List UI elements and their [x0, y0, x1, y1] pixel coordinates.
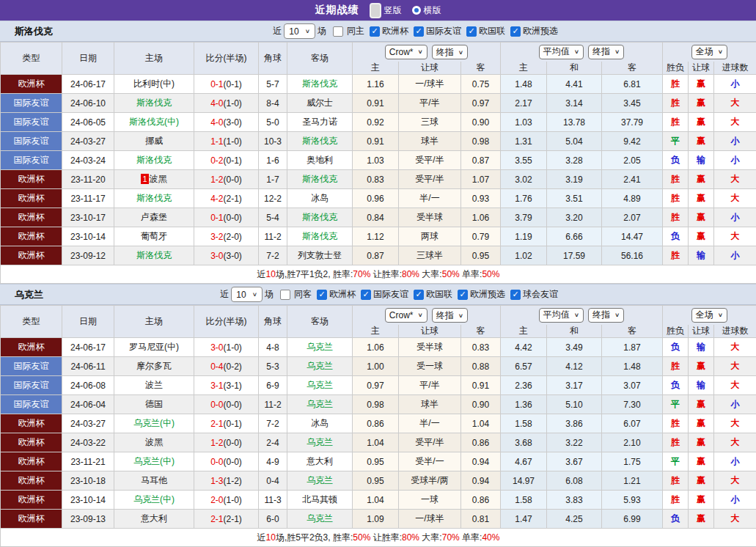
corners: 6-9	[259, 376, 287, 395]
home-team[interactable]: 1波黑	[114, 170, 194, 189]
away-team[interactable]: 斯洛伐克	[287, 75, 353, 94]
corners: 11-3	[259, 491, 287, 510]
full-game-dropdown[interactable]: 全场∨	[691, 45, 727, 59]
away-team[interactable]: 斯洛伐克	[287, 170, 353, 189]
home-team[interactable]: 乌克兰(中)	[114, 414, 194, 433]
away-team[interactable]: 乌克兰	[287, 510, 353, 529]
radio-horizontal-label: 横版	[424, 4, 441, 17]
home-team[interactable]: 斯洛伐克	[114, 189, 194, 208]
home-team[interactable]: 葡萄牙	[114, 227, 194, 246]
away-team[interactable]: 圣马力诺	[287, 113, 353, 132]
league-checkbox-2[interactable]: ✓	[466, 26, 477, 37]
column-header: 客	[461, 62, 501, 75]
odds-away: 0.81	[461, 510, 501, 529]
league-checkbox-3[interactable]: ✓	[458, 290, 468, 300]
league-checkbox-2[interactable]: ✓	[414, 290, 424, 300]
full-game-dropdown[interactable]: 全场∨	[691, 308, 727, 323]
result-goals: 大	[714, 94, 756, 113]
home-team[interactable]: 摩尔多瓦	[114, 357, 194, 376]
final-odds-dropdown[interactable]: 终指∨	[588, 45, 624, 59]
home-team[interactable]: 乌克兰(中)	[114, 491, 194, 510]
away-team[interactable]: 冰岛	[287, 189, 353, 208]
match-row: 国际友谊24-06-10斯洛伐克4-0(1-0)8-4威尔士0.91平/半0.9…	[1, 94, 756, 113]
away-team[interactable]: 奥地利	[287, 151, 353, 170]
section-filter-bar: 斯洛伐克 近 10∨ 场 同主 ✓欧洲杯✓国际友谊✓欧国联✓欧洲预选	[0, 21, 756, 42]
league-checkbox-0[interactable]: ✓	[317, 290, 327, 300]
layout-radio-vertical[interactable]: 竖版	[370, 3, 402, 18]
match-count-select[interactable]: 10∨	[231, 287, 263, 302]
home-team[interactable]: 波兰	[114, 376, 194, 395]
away-team[interactable]: 斯洛伐克	[287, 227, 353, 246]
away-team[interactable]: 乌克兰	[287, 376, 353, 395]
score: 0-2(0-1)	[194, 151, 259, 170]
home-team[interactable]: 斯洛伐克(中)	[114, 113, 194, 132]
away-team[interactable]: 乌克兰	[287, 433, 353, 452]
result-handicap: 赢	[689, 113, 714, 132]
column-header: 客	[602, 325, 663, 338]
same-venue-checkbox[interactable]	[333, 26, 343, 37]
league-checkbox-4[interactable]: ✓	[510, 290, 521, 300]
away-team[interactable]: 乌克兰	[287, 395, 353, 414]
match-type-badge: 国际友谊	[1, 94, 62, 113]
away-team[interactable]: 乌克兰	[287, 338, 353, 357]
home-team[interactable]: 斯洛伐克	[114, 151, 194, 170]
average-dropdown[interactable]: 平均值∨	[539, 45, 584, 59]
avg-home: 14.97	[501, 471, 547, 491]
avg-away: 2.07	[602, 208, 663, 227]
avg-home: 6.57	[501, 357, 547, 376]
away-team[interactable]: 冰岛	[287, 414, 353, 433]
results-table: 类型日期主场比分(半场)角球客场Crow*∨终指∨平均值∨终指∨全场∨主让球客主…	[0, 305, 756, 547]
league-checkbox-1[interactable]: ✓	[414, 26, 424, 37]
home-team[interactable]: 斯洛伐克	[114, 94, 194, 113]
home-team[interactable]: 德国	[114, 395, 194, 414]
match-count-select[interactable]: 10∨	[284, 23, 315, 39]
away-team[interactable]: 斯洛伐克	[287, 132, 353, 151]
away-team[interactable]: 意大利	[287, 452, 353, 471]
away-team[interactable]: 乌克兰	[287, 471, 353, 491]
home-team[interactable]: 卢森堡	[114, 208, 194, 227]
away-team[interactable]: 乌克兰	[287, 357, 353, 376]
away-team[interactable]: 斯洛伐克	[287, 208, 353, 227]
away-team[interactable]: 列支敦士登	[287, 246, 353, 265]
home-team[interactable]: 乌克兰(中)	[114, 452, 194, 471]
final-odds-dropdown[interactable]: 终指∨	[432, 308, 468, 323]
odds-home: 0.98	[353, 395, 399, 414]
match-row: 国际友谊24-06-05斯洛伐克(中)4-0(3-0)5-0圣马力诺0.92三球…	[1, 113, 756, 132]
home-team[interactable]: 比利时(中)	[114, 75, 194, 94]
chevron-down-icon: ∨	[614, 48, 620, 55]
odds-source-dropdown[interactable]: Crow*∨	[385, 45, 427, 59]
column-header: 主	[353, 325, 399, 338]
home-team[interactable]: 罗马尼亚(中)	[114, 338, 194, 357]
home-team[interactable]: 波黑	[114, 433, 194, 452]
league-checkbox-3[interactable]: ✓	[510, 26, 521, 37]
layout-radio-horizontal[interactable]: 横版	[412, 4, 441, 17]
league-checkbox-1[interactable]: ✓	[361, 290, 371, 300]
final-odds-dropdown[interactable]: 终指∨	[432, 45, 468, 59]
odds-source-dropdown[interactable]: Crow*∨	[385, 308, 427, 323]
avg-home: 1.36	[501, 395, 547, 414]
average-dropdown[interactable]: 平均值∨	[539, 308, 584, 323]
avg-away: 2.05	[602, 151, 663, 170]
match-date: 24-06-05	[62, 113, 114, 132]
avg-away: 56.16	[602, 246, 663, 265]
match-type-badge: 欧洲杯	[1, 471, 62, 491]
odds-home: 0.95	[353, 452, 399, 471]
odds-handicap: 一/球半	[399, 510, 461, 529]
home-team[interactable]: 挪威	[114, 132, 194, 151]
avg-home: 1.58	[501, 414, 547, 433]
home-team[interactable]: 马耳他	[114, 471, 194, 491]
match-type-badge: 欧洲杯	[1, 338, 62, 357]
match-row: 欧洲杯24-06-17比利时(中)0-1(0-1)5-7斯洛伐克1.16一/球半…	[1, 75, 756, 94]
column-header: 主	[501, 325, 547, 338]
same-venue-checkbox[interactable]	[280, 290, 290, 300]
recent-results-page: 近期战绩 竖版 横版 斯洛伐克 近 10∨ 场 同主 ✓欧洲杯✓国际友谊✓欧国联…	[0, 0, 756, 547]
home-team[interactable]: 斯洛伐克	[114, 246, 194, 265]
away-team[interactable]: 威尔士	[287, 94, 353, 113]
avg-home: 1.31	[501, 132, 547, 151]
away-team[interactable]: 北马其顿	[287, 491, 353, 510]
summary-row: 近10场,胜7平1负2, 胜率:70% 让胜率:80% 大率:50% 单率:50…	[1, 265, 756, 284]
avg-away: 1.21	[602, 471, 663, 491]
final-odds-dropdown[interactable]: 终指∨	[588, 308, 624, 323]
home-team[interactable]: 意大利	[114, 510, 194, 529]
league-checkbox-0[interactable]: ✓	[370, 26, 380, 37]
